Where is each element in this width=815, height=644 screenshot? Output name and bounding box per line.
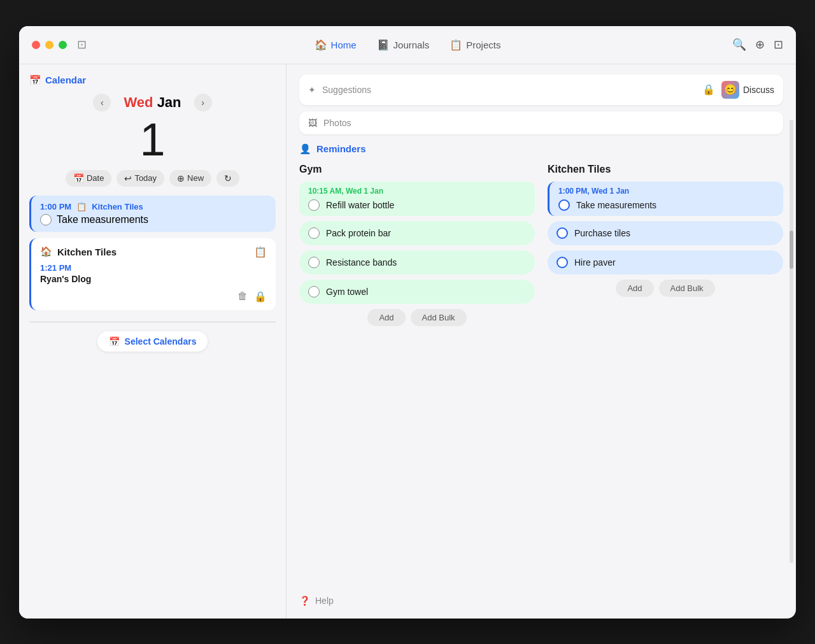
scrollbar-track[interactable] <box>790 120 793 563</box>
titlebar: ⊡ 🏠 Home 📓 Journals 📋 Projects 🔍 ⊕ ⊡ <box>19 26 796 64</box>
select-cals-icon: 📅 <box>109 336 120 347</box>
kitchen-add-row: Add Add Bulk <box>548 280 783 297</box>
search-button[interactable]: 🔍 <box>732 38 746 52</box>
gym-checkbox-2[interactable] <box>308 227 320 239</box>
event-card-ryans-dlog[interactable]: 🏠 Kitchen Tiles 📋 1:21 PM Ryan's Dlog 🗑 … <box>29 238 276 310</box>
home-icon: 🏠 <box>315 39 327 51</box>
event-card2-desc: Ryan's Dlog <box>40 274 267 284</box>
calendar-icon: 📅 <box>29 75 41 86</box>
select-calendars-button[interactable]: 📅 Select Calendars <box>97 331 208 352</box>
journals-icon: 📓 <box>377 39 390 51</box>
select-cals-label: Select Calendars <box>125 336 197 347</box>
nav-item-home[interactable]: 🏠 Home <box>306 35 365 55</box>
gym-add-bulk-button[interactable]: Add Bulk <box>411 309 467 326</box>
panel-toggle-button[interactable]: ⊡ <box>774 38 783 52</box>
gym-add-button[interactable]: Add <box>367 309 405 326</box>
kitchen-item-first-row: Take measurements <box>558 199 774 211</box>
app-window: ⊡ 🏠 Home 📓 Journals 📋 Projects 🔍 ⊕ ⊡ <box>19 26 796 619</box>
event-time: 1:00 PM 📋 Kitchen Tiles <box>40 202 267 211</box>
scrollbar-thumb[interactable] <box>790 231 793 269</box>
event-card2-category: Kitchen Tiles <box>57 247 117 257</box>
traffic-lights <box>32 41 67 49</box>
sidebar-toggle-icon[interactable]: ⊡ <box>77 38 87 52</box>
clipboard-icon: 📋 <box>254 246 267 258</box>
kitchen-checkbox-1[interactable] <box>558 199 570 211</box>
suggestions-sparkle-icon: ✦ <box>308 85 316 95</box>
help-icon: ❓ <box>299 596 310 606</box>
delete-icon[interactable]: 🗑 <box>237 290 248 303</box>
calendar-day-number: 1 <box>29 117 276 162</box>
nav-item-journals[interactable]: 📓 Journals <box>368 35 439 55</box>
kitchen-add-button[interactable]: Add <box>616 280 653 297</box>
kitchen-item-3-label: Hire paver <box>574 257 616 268</box>
main-content: 📅 Calendar ‹ Wed Jan › 1 📅 Date <box>19 64 796 619</box>
gym-item-1: Refill water bottle <box>326 200 394 210</box>
new-button[interactable]: ⊕ New <box>169 170 211 187</box>
kitchen-title: Kitchen Tiles <box>548 164 783 175</box>
photos-row[interactable]: 🖼 Photos <box>299 111 783 134</box>
event-time-label: 1:00 PM <box>40 202 71 211</box>
gym-item-first-row: Refill water bottle <box>308 199 526 211</box>
gym-column: Gym 10:15 AM, Wed 1 Jan Refill water bot… <box>299 164 535 588</box>
refresh-icon: ↻ <box>224 173 232 183</box>
reminders-label: Reminders <box>316 143 366 154</box>
refresh-button[interactable]: ↻ <box>216 170 239 187</box>
add-button[interactable]: ⊕ <box>755 38 765 52</box>
gym-checkbox-3[interactable] <box>308 257 320 268</box>
calendar-header: 📅 Calendar <box>29 75 276 86</box>
sidebar: 📅 Calendar ‹ Wed Jan › 1 📅 Date <box>19 64 287 619</box>
gym-item-first: 10:15 AM, Wed 1 Jan Refill water bottle <box>299 182 535 216</box>
calendar-title: Calendar <box>45 75 86 85</box>
maximize-button[interactable] <box>59 41 67 49</box>
kitchen-column: Kitchen Tiles 1:00 PM, Wed 1 Jan Take me… <box>548 164 783 588</box>
titlebar-actions: 🔍 ⊕ ⊡ <box>732 38 783 52</box>
event-card-kitchen-tiles[interactable]: 1:00 PM 📋 Kitchen Tiles Take measurement… <box>29 196 276 232</box>
suggestions-label: Suggestions <box>322 85 371 95</box>
gym-item-4-label: Gym towel <box>326 287 368 297</box>
close-button[interactable] <box>32 41 40 49</box>
gym-item-3-label: Resistance bands <box>326 257 397 268</box>
lock-icon[interactable]: 🔒 <box>702 83 715 96</box>
gym-title: Gym <box>299 164 535 175</box>
prev-day-button[interactable]: ‹ <box>93 94 111 111</box>
kitchen-item-2-label: Purchase tiles <box>574 228 630 238</box>
gym-checkbox-1[interactable] <box>308 199 320 211</box>
event-category-icon: 📋 <box>76 202 87 211</box>
new-icon: ⊕ <box>177 173 185 183</box>
gym-item-2: Pack protein bar <box>299 221 535 245</box>
nav-home-label: Home <box>331 39 357 50</box>
kitchen-checkbox-2[interactable] <box>556 227 568 239</box>
gym-time-label: 10:15 AM, Wed 1 Jan <box>308 187 526 196</box>
gym-item-3: Resistance bands <box>299 250 535 275</box>
today-button[interactable]: ↩ Today <box>117 170 164 187</box>
event-card2-top: 🏠 Kitchen Tiles 📋 <box>40 246 267 258</box>
event-category: Kitchen Tiles <box>92 202 143 211</box>
suggestions-left: ✦ Suggestions <box>308 85 371 95</box>
event-card2-time: 1:21 PM <box>40 263 267 273</box>
photos-label: Photos <box>323 118 351 128</box>
date-button[interactable]: 📅 Date <box>66 170 111 187</box>
kitchen-item-first: 1:00 PM, Wed 1 Jan Take measurements <box>548 182 783 216</box>
event-card2-category-icon: 🏠 <box>40 246 52 257</box>
kitchen-checkbox-3[interactable] <box>556 257 568 268</box>
help-row: ❓ Help <box>299 588 783 608</box>
gym-item-2-label: Pack protein bar <box>326 228 391 238</box>
reminders-header: 👤 Reminders <box>299 143 783 155</box>
next-day-button[interactable]: › <box>194 94 212 111</box>
kitchen-add-bulk-button[interactable]: Add Bulk <box>659 280 715 297</box>
day-name: Wed <box>124 94 153 110</box>
gym-checkbox-4[interactable] <box>308 286 320 297</box>
nav-center: 🏠 Home 📓 Journals 📋 Projects <box>306 35 510 55</box>
kitchen-item-2: Purchase tiles <box>548 221 783 245</box>
discuss-avatar: 😊 <box>721 81 739 99</box>
lock-icon[interactable]: 🔒 <box>254 290 267 303</box>
nav-item-projects[interactable]: 📋 Projects <box>441 35 509 55</box>
event-task: Take measurements <box>57 214 148 225</box>
task-checkbox[interactable] <box>40 214 52 225</box>
date-icon: 📅 <box>73 173 84 183</box>
discuss-label: Discuss <box>743 85 774 95</box>
calendar-toolbar: 📅 Date ↩ Today ⊕ New ↻ <box>29 170 276 187</box>
reminders-grid: Gym 10:15 AM, Wed 1 Jan Refill water bot… <box>299 164 783 588</box>
minimize-button[interactable] <box>45 41 53 49</box>
discuss-button[interactable]: 😊 Discuss <box>721 81 774 99</box>
